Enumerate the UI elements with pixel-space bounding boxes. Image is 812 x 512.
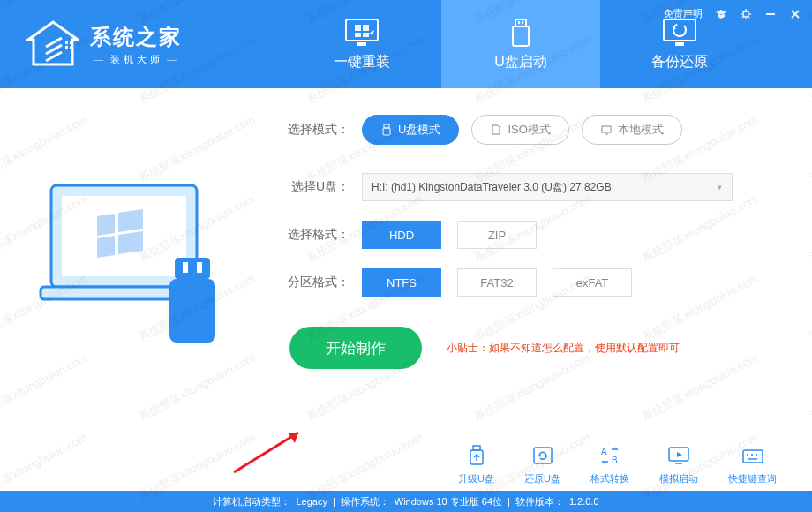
upgrade-icon: [464, 444, 489, 467]
svg-point-12: [673, 24, 686, 36]
mode-u-button[interactable]: U盘模式: [362, 115, 459, 145]
logo-area: 系统之家 装机大师: [0, 20, 282, 69]
svg-rect-21: [197, 262, 202, 273]
svg-point-38: [751, 454, 753, 456]
app-header: 系统之家 装机大师 一键重装 U盘启动 备份还原 免责声明: [0, 0, 812, 88]
svg-rect-6: [515, 19, 526, 26]
svg-rect-3: [70, 46, 72, 49]
window-controls: 免责声明: [664, 7, 801, 20]
svg-rect-20: [183, 262, 188, 273]
svg-rect-36: [743, 450, 763, 463]
brand-title: 系统之家: [90, 23, 184, 51]
disclaimer-link[interactable]: 免责声明: [664, 7, 703, 20]
sb-ver: 1.2.0.0: [569, 496, 599, 507]
tab-backup-label: 备份还原: [651, 53, 708, 72]
udisk-select[interactable]: H:I: (hd1) KingstonDataTraveler 3.0 (U盘)…: [362, 173, 733, 201]
svg-marker-35: [677, 452, 682, 457]
start-button[interactable]: 开始制作: [289, 327, 422, 369]
sb-boot: Legacy: [296, 496, 327, 507]
illustration: [35, 115, 256, 459]
keyboard-icon: [741, 444, 765, 467]
close-icon[interactable]: [789, 8, 801, 20]
laptop-usb-icon: [35, 177, 229, 353]
svg-rect-1: [70, 41, 72, 44]
svg-rect-4: [346, 19, 378, 41]
restore-usb-icon: [530, 444, 555, 467]
tab-reinstall-label: 一键重装: [334, 53, 390, 72]
tool-convert[interactable]: AB 格式转换: [590, 444, 629, 486]
svg-point-37: [747, 454, 748, 456]
fmt-zip-chip[interactable]: ZIP: [457, 221, 537, 249]
house-logo-icon: [26, 20, 79, 69]
svg-rect-5: [357, 42, 366, 46]
tool-upgrade[interactable]: 升级U盘: [458, 444, 494, 486]
mode-local-button[interactable]: 本地模式: [582, 115, 682, 145]
tool-hotkey[interactable]: 快捷键查询: [728, 444, 777, 486]
tab-uboot-label: U盘启动: [494, 53, 547, 72]
svg-rect-8: [522, 21, 523, 24]
action-row: 开始制作 小贴士：如果不知道怎么配置，使用默认配置即可: [281, 327, 777, 369]
svg-rect-24: [602, 126, 611, 132]
fmt-hdd-chip[interactable]: HDD: [362, 221, 441, 249]
udisk-label: 选择U盘：: [281, 179, 350, 195]
sb-boot-label: 计算机启动类型：: [213, 495, 290, 508]
fs-ntfs-chip[interactable]: NTFS: [362, 268, 441, 297]
simulate-icon: [666, 444, 691, 467]
tab-uboot[interactable]: U盘启动: [441, 0, 600, 88]
svg-rect-0: [65, 41, 68, 44]
svg-rect-22: [384, 124, 389, 128]
convert-icon: AB: [598, 444, 622, 467]
mode-iso-button[interactable]: ISO模式: [471, 115, 568, 145]
svg-rect-9: [513, 26, 529, 46]
usb-small-icon: [380, 124, 393, 136]
monitor-icon: [344, 18, 380, 48]
svg-rect-18: [175, 258, 210, 279]
tab-reinstall[interactable]: 一键重装: [282, 0, 441, 88]
format-label: 选择格式：: [281, 227, 350, 243]
sb-os: Windows 10 专业版 64位: [395, 495, 502, 508]
svg-rect-23: [383, 128, 390, 135]
svg-point-13: [743, 11, 748, 17]
local-icon: [600, 124, 613, 136]
restore-icon: [662, 18, 697, 48]
iso-icon: [490, 124, 502, 136]
row-mode: 选择模式： U盘模式 ISO模式 本地模式: [281, 115, 777, 145]
content-area: 选择模式： U盘模式 ISO模式 本地模式 选择U盘： H:I: (hd1) K…: [0, 88, 812, 459]
svg-text:A: A: [601, 447, 607, 456]
svg-point-39: [756, 454, 757, 456]
svg-rect-19: [169, 279, 215, 343]
udisk-value: H:I: (hd1) KingstonDataTraveler 3.0 (U盘)…: [372, 180, 612, 195]
tip: 小贴士：如果不知道怎么配置，使用默认配置即可: [447, 341, 680, 356]
svg-rect-7: [518, 21, 520, 24]
row-format: 选择格式： HDD ZIP: [281, 221, 777, 249]
tool-simulate[interactable]: 模拟启动: [659, 444, 698, 486]
fs-fat32-chip[interactable]: FAT32: [457, 268, 537, 297]
footer-tools: 升级U盘 还原U盘 AB 格式转换 模拟启动 快捷键查询: [458, 444, 777, 486]
row-udisk: 选择U盘： H:I: (hd1) KingstonDataTraveler 3.…: [281, 173, 777, 201]
minimize-icon[interactable]: [764, 8, 777, 20]
mode-label: 选择模式：: [281, 122, 350, 138]
usb-icon: [503, 18, 538, 48]
gear-icon[interactable]: [740, 8, 752, 20]
tool-restore[interactable]: 还原U盘: [524, 444, 560, 486]
tip-text: 如果不知道怎么配置，使用默认配置即可: [489, 342, 680, 354]
sb-os-label: 操作系统：: [341, 495, 389, 508]
svg-rect-2: [65, 46, 68, 49]
tip-label: 小贴士：: [447, 342, 489, 354]
svg-rect-30: [534, 448, 552, 463]
status-bar: 计算机启动类型： Legacy | 操作系统： Windows 10 专业版 6…: [0, 491, 812, 512]
graduation-icon[interactable]: [715, 8, 727, 20]
partition-label: 分区格式：: [281, 275, 350, 290]
fs-exfat-chip[interactable]: exFAT: [553, 268, 632, 297]
svg-rect-11: [675, 42, 684, 46]
form-area: 选择模式： U盘模式 ISO模式 本地模式 选择U盘： H:I: (hd1) K…: [256, 115, 777, 459]
row-partition: 分区格式： NTFS FAT32 exFAT: [281, 268, 777, 297]
sb-ver-label: 软件版本：: [515, 495, 564, 508]
svg-rect-10: [664, 19, 695, 41]
svg-text:B: B: [612, 456, 618, 465]
brand-subtitle: 装机大师: [90, 53, 184, 66]
